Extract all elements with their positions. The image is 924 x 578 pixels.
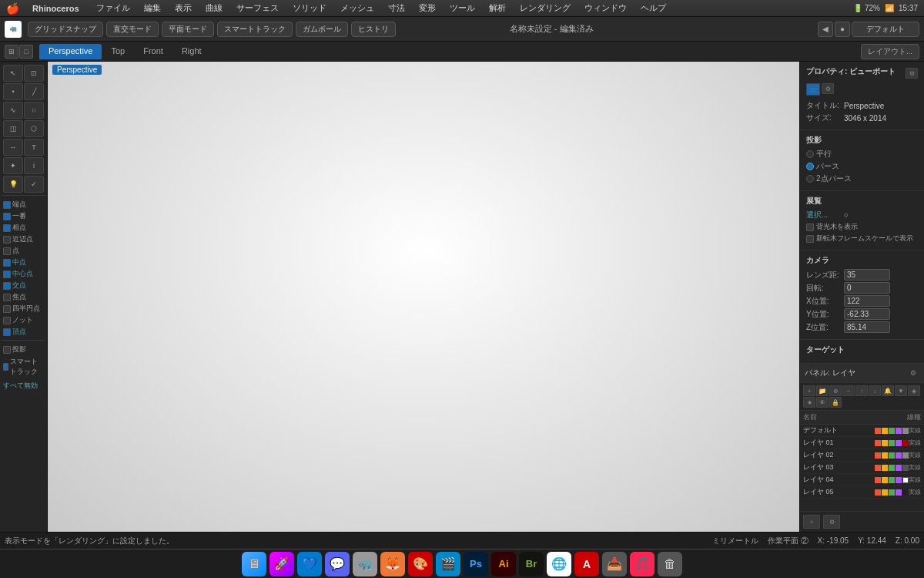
- layer-folder-btn[interactable]: 📁: [816, 385, 829, 396]
- snap-mid-check[interactable]: [3, 259, 11, 267]
- snap-near-check[interactable]: [3, 236, 11, 244]
- select2-btn[interactable]: ⊡: [24, 65, 44, 82]
- text-btn[interactable]: T: [24, 139, 44, 156]
- snap-quad[interactable]: 四半円点: [2, 303, 45, 314]
- dock-rhino[interactable]: 🦏: [353, 552, 377, 576]
- line-btn[interactable]: ╱: [24, 83, 44, 100]
- ortho-btn[interactable]: 直交モード: [106, 22, 159, 37]
- dim-btn[interactable]: ↔: [3, 139, 23, 156]
- snap-tangent-check[interactable]: [3, 201, 11, 209]
- display-opt1-row[interactable]: 背光木を表示: [806, 222, 918, 232]
- menu-surface[interactable]: サーフェス: [231, 2, 284, 15]
- check-btn[interactable]: ✓: [24, 176, 44, 193]
- menu-view[interactable]: 表示: [169, 2, 197, 15]
- snap-vert-check[interactable]: [3, 328, 11, 336]
- layer-row-05[interactable]: レイヤ 05 実線: [800, 486, 924, 499]
- snap-proj-check[interactable]: [3, 346, 11, 354]
- dock-ps[interactable]: Ps: [464, 552, 488, 576]
- planar-btn[interactable]: 平面モード: [162, 22, 214, 37]
- gumball-btn[interactable]: ガムボール: [296, 22, 348, 37]
- camera-y-input[interactable]: [844, 308, 890, 320]
- layer-row-01[interactable]: レイヤ 01 実線: [800, 437, 924, 449]
- display-opt2-check[interactable]: [806, 235, 814, 243]
- default-btn[interactable]: デフォルト: [852, 22, 919, 37]
- proj-persp-row[interactable]: パース: [806, 161, 918, 172]
- curve-btn[interactable]: ∿: [3, 102, 23, 119]
- dock-dl[interactable]: 📥: [602, 552, 627, 576]
- render-btn[interactable]: 💡: [3, 176, 23, 193]
- layer-dn-btn[interactable]: ↓: [869, 385, 881, 396]
- proj-parallel-radio[interactable]: [806, 150, 814, 158]
- tab-right[interactable]: Right: [172, 44, 211, 59]
- menu-curve[interactable]: 曲線: [200, 2, 228, 15]
- xform-btn[interactable]: ✦: [3, 157, 23, 174]
- history-btn[interactable]: ヒストリ: [351, 22, 396, 37]
- layer-settings-bottom[interactable]: ⚙: [823, 515, 840, 529]
- menu-solid[interactable]: ソリッド: [287, 2, 332, 15]
- dock-launchpad[interactable]: 🚀: [270, 552, 294, 576]
- display-select-label[interactable]: 選択...: [806, 210, 841, 220]
- smart-track-btn[interactable]: スマートトラック: [217, 22, 293, 37]
- menu-render[interactable]: レンダリング: [514, 2, 576, 15]
- snap-nearest[interactable]: 一番: [2, 210, 45, 222]
- snap-pt-check[interactable]: [3, 247, 11, 255]
- snap-smart-check[interactable]: [3, 363, 8, 371]
- layer-vis2-btn[interactable]: 👁: [816, 397, 829, 408]
- menu-dimension[interactable]: 寸法: [383, 2, 410, 15]
- dock-vscode[interactable]: 💙: [297, 552, 322, 576]
- layer-row-03[interactable]: レイヤ 03 実線: [800, 462, 924, 474]
- layer-mat-btn[interactable]: ◈: [908, 385, 920, 396]
- dock-clip[interactable]: 🎨: [408, 552, 433, 576]
- layer-row-default[interactable]: デフォルト 実線: [800, 425, 924, 437]
- layout-single-btn[interactable]: □: [19, 45, 33, 59]
- menu-window[interactable]: ウィンドウ: [579, 2, 632, 15]
- snap-focus[interactable]: 焦点: [2, 291, 45, 303]
- apple-menu[interactable]: 🍎: [6, 2, 19, 15]
- layer-row-04[interactable]: レイヤ 04 実線: [800, 474, 924, 486]
- prop-tab2[interactable]: ⚙: [822, 83, 834, 94]
- snap-near[interactable]: 近辺点: [2, 234, 45, 245]
- dock-chrome[interactable]: 🌐: [547, 552, 571, 576]
- display-opt1-check[interactable]: [806, 223, 814, 231]
- layer-star-btn[interactable]: ★: [803, 397, 815, 408]
- dock-c4d[interactable]: 🎬: [436, 552, 460, 576]
- mesh-btn[interactable]: ⬡: [24, 120, 44, 137]
- layer-up-btn[interactable]: ↑: [855, 385, 868, 396]
- proj-2pt-radio[interactable]: [806, 175, 814, 183]
- tab-perspective[interactable]: Perspective: [39, 44, 102, 59]
- snap-tangent[interactable]: 端点: [2, 199, 45, 210]
- surface-btn[interactable]: ◫: [3, 120, 23, 137]
- snap-nearest-check[interactable]: [3, 213, 11, 220]
- snap-focus-check[interactable]: [3, 294, 11, 301]
- snap-smart[interactable]: スマートトラック: [2, 356, 45, 378]
- layout-grid-btn[interactable]: ⊞: [5, 45, 18, 59]
- snap-knot[interactable]: ノット: [2, 314, 45, 326]
- camera-x-input[interactable]: [844, 295, 890, 307]
- camera-rot-input[interactable]: [844, 282, 890, 294]
- menu-mesh[interactable]: メッシュ: [335, 2, 380, 15]
- dock-trash[interactable]: 🗑: [658, 552, 682, 576]
- snap-point-check[interactable]: [3, 224, 11, 232]
- dock-ff[interactable]: 🦊: [380, 552, 405, 576]
- proj-parallel-row[interactable]: 平行: [806, 149, 918, 160]
- analyze-btn[interactable]: i: [24, 157, 44, 174]
- menu-help[interactable]: ヘルプ: [635, 2, 671, 15]
- layer-lock-btn[interactable]: 🔒: [829, 397, 842, 408]
- layer-add-bottom[interactable]: +: [803, 515, 820, 529]
- layer-row-02[interactable]: レイヤ 02 実線: [800, 449, 924, 462]
- layer-add-btn[interactable]: +: [803, 385, 815, 396]
- snap-int[interactable]: 交点: [2, 280, 45, 291]
- menu-analyze[interactable]: 解析: [484, 2, 511, 15]
- snap-center[interactable]: 中心点: [2, 268, 45, 280]
- layer-copy-btn[interactable]: ⊕: [829, 385, 842, 396]
- viewport[interactable]: Perspective: [48, 62, 799, 532]
- snap-vert[interactable]: 頂点: [2, 326, 45, 338]
- point-btn[interactable]: •: [3, 83, 23, 100]
- layout-btn[interactable]: レイアウト...: [861, 44, 919, 59]
- tab-front[interactable]: Front: [134, 44, 172, 59]
- select-btn[interactable]: ↖: [3, 65, 23, 82]
- display-opt2-row[interactable]: 新転木フレームスケールで表示: [806, 234, 918, 244]
- snap-center-check[interactable]: [3, 271, 11, 278]
- app-name[interactable]: Rhinoceros: [27, 3, 85, 14]
- snap-mid[interactable]: 中点: [2, 257, 45, 268]
